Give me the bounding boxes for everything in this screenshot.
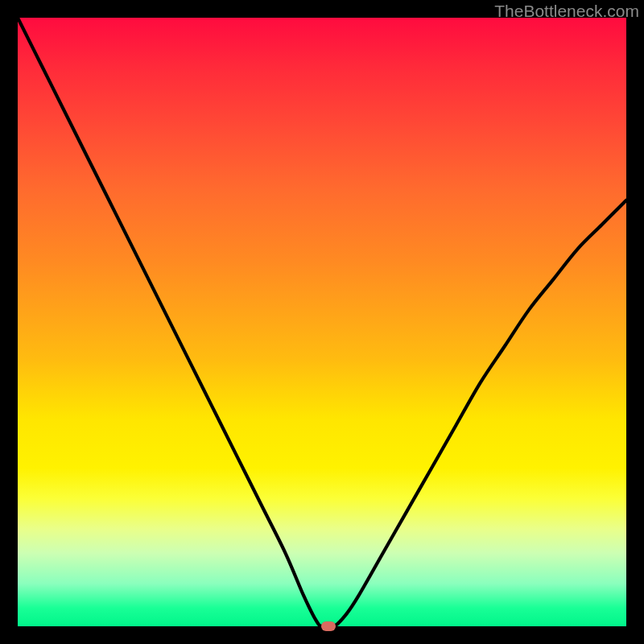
chart-container: TheBottleneck.com	[0, 0, 644, 644]
optimal-marker	[321, 621, 336, 631]
bottleneck-curve	[18, 18, 626, 626]
plot-area	[18, 18, 626, 626]
